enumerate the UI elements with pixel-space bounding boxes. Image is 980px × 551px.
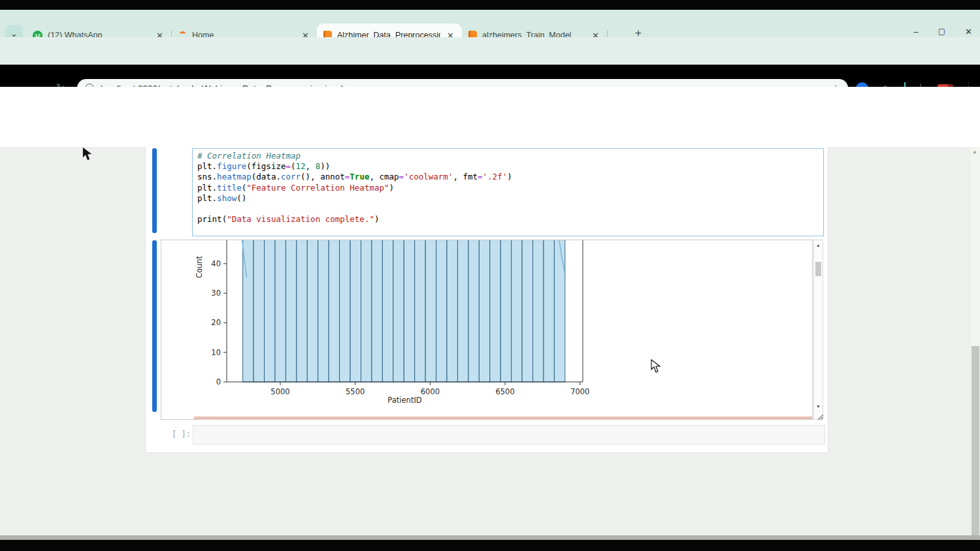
window-bottom-edge — [0, 535, 980, 540]
svg-text:0: 0 — [216, 377, 221, 386]
empty-code-cell[interactable] — [193, 425, 825, 445]
letterbox-bottom — [0, 540, 980, 551]
scroll-up-icon: ▲ — [814, 243, 823, 247]
svg-text:40: 40 — [211, 259, 221, 268]
code-cell[interactable]: # Correlation Heatmap plt.figure(figsize… — [192, 148, 824, 236]
output-scrollbar[interactable]: ▲ ▼ — [813, 240, 823, 420]
svg-text:7000: 7000 — [570, 387, 589, 396]
svg-text:10: 10 — [211, 348, 221, 357]
histogram-figure: 01020304050005500600065007000CountPatien… — [161, 240, 812, 419]
maximize-button[interactable]: ▢ — [938, 27, 945, 37]
browser-toolbar: ← → ↻ i localhost:8888/notebooks/Alzhime… — [0, 37, 980, 65]
heatmap-figure-edge — [194, 417, 813, 420]
svg-text:6500: 6500 — [495, 387, 514, 396]
scroll-down-icon: ▼ — [814, 404, 823, 409]
svg-text:PatientID: PatientID — [387, 396, 421, 405]
screen: ⌄ 12(12) WhatsApp✕Home✕Alzhimer_Data_Pre… — [0, 0, 980, 551]
browser-tabstrip: ⌄ 12(12) WhatsApp✕Home✕Alzhimer_Data_Pre… — [0, 10, 980, 37]
mouse-cursor — [651, 359, 661, 373]
jupyter-header: jupyter Alzhimer_Data_Preprocessing Last… — [0, 87, 980, 147]
minimize-button[interactable]: – — [914, 27, 919, 37]
notebook-page: # Correlation Heatmap plt.figure(figsize… — [0, 147, 980, 535]
selected-cell-indicator[interactable] — [152, 148, 157, 233]
svg-text:5000: 5000 — [270, 387, 289, 396]
output-cell-indicator[interactable] — [152, 240, 157, 412]
svg-text:5500: 5500 — [346, 387, 365, 396]
page-scroll-up-icon: ▲ — [972, 149, 977, 155]
code-editor[interactable]: # Correlation Heatmap plt.figure(figsize… — [197, 151, 512, 225]
page-scroll-thumb[interactable] — [972, 346, 979, 535]
svg-text:Count: Count — [195, 255, 204, 278]
svg-text:20: 20 — [211, 318, 221, 327]
notebook-panel: # Correlation Heatmap plt.figure(figsize… — [145, 147, 828, 453]
output-scroll-thumb[interactable] — [815, 262, 821, 276]
empty-cell-prompt: [ ]: — [172, 430, 191, 439]
close-button[interactable]: ✕ — [965, 27, 972, 37]
output-resize-handle[interactable] — [816, 413, 824, 420]
window-controls: – ▢ ✕ — [914, 27, 972, 37]
svg-text:30: 30 — [211, 289, 221, 298]
svg-text:6000: 6000 — [421, 387, 440, 396]
output-area[interactable]: 01020304050005500600065007000CountPatien… — [161, 240, 813, 420]
mouse-cursor-secondary — [82, 147, 93, 161]
page-scrollbar[interactable]: ▲ — [971, 147, 980, 535]
letterbox-top — [0, 0, 980, 10]
